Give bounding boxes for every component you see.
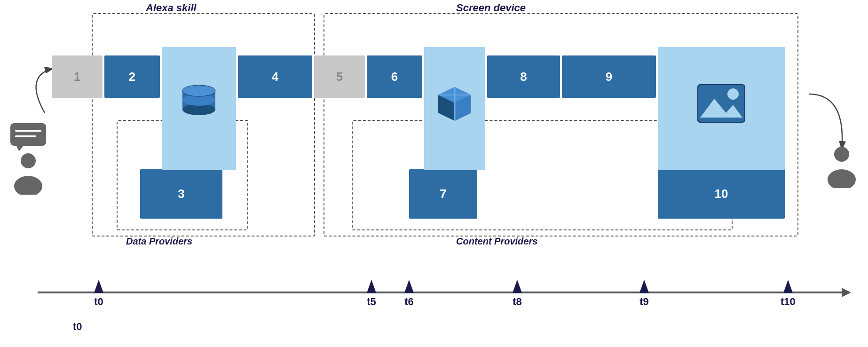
data-providers-label: Data Providers <box>126 236 192 247</box>
t10-arrow <box>783 280 793 293</box>
t0-label: t0 <box>94 296 103 308</box>
to-label: t0 <box>73 321 82 333</box>
t9-label: t9 <box>639 296 649 308</box>
database-icon <box>180 82 218 125</box>
t10-label: t10 <box>781 296 796 308</box>
db-icon-block <box>162 47 236 160</box>
svg-point-21 <box>14 176 42 195</box>
block-4: 4 <box>238 55 312 98</box>
t6-arrow <box>404 280 414 293</box>
svg-point-23 <box>828 169 856 188</box>
left-person <box>9 122 47 195</box>
svg-point-5 <box>182 85 215 96</box>
t0-arrow <box>94 280 103 293</box>
t8-arrow <box>513 280 522 293</box>
timeline-line <box>38 292 849 293</box>
time-marker-t5: t5 <box>367 280 376 308</box>
block-5: 5 <box>314 55 365 98</box>
t5-arrow <box>367 280 376 293</box>
block-6: 6 <box>367 55 422 98</box>
diagram-area: Alexa skill Data Providers Screen device… <box>0 0 868 277</box>
alexa-skill-label: Alexa skill <box>146 2 197 14</box>
t6-label: t6 <box>404 296 414 308</box>
svg-rect-16 <box>10 123 46 146</box>
time-marker-t9: t9 <box>639 280 649 308</box>
timeline-area: t0 t5 t6 t8 t9 t10 t0 <box>0 277 868 347</box>
package-icon <box>436 85 473 122</box>
image-icon-block <box>658 47 785 160</box>
right-person <box>823 146 860 188</box>
image-icon <box>695 82 747 125</box>
block-1: 1 <box>52 55 103 98</box>
t5-label: t5 <box>367 296 376 308</box>
content-providers-label: Content Providers <box>456 236 537 247</box>
block-3: 3 <box>140 169 222 219</box>
timeline-arrow-end <box>842 288 851 297</box>
block-2: 2 <box>104 55 160 98</box>
screen-device-label: Screen device <box>456 2 526 14</box>
time-marker-t10: t10 <box>781 280 796 308</box>
block-10: 10 <box>658 169 785 219</box>
light-blue-filler-2 <box>424 160 485 170</box>
time-marker-t0: t0 <box>94 280 103 308</box>
light-blue-filler-1 <box>162 160 236 170</box>
box-icon-block <box>424 47 485 160</box>
svg-marker-17 <box>16 146 24 150</box>
block-7: 7 <box>409 169 477 219</box>
block-8: 8 <box>487 55 560 98</box>
svg-point-15 <box>727 88 739 100</box>
block-9: 9 <box>562 55 656 98</box>
svg-point-22 <box>834 147 849 162</box>
t9-arrow <box>639 280 649 293</box>
svg-point-20 <box>21 153 36 168</box>
time-marker-t8: t8 <box>513 280 522 308</box>
light-blue-filler-3 <box>658 160 785 170</box>
time-marker-t6: t6 <box>404 280 414 308</box>
t8-label: t8 <box>513 296 522 308</box>
